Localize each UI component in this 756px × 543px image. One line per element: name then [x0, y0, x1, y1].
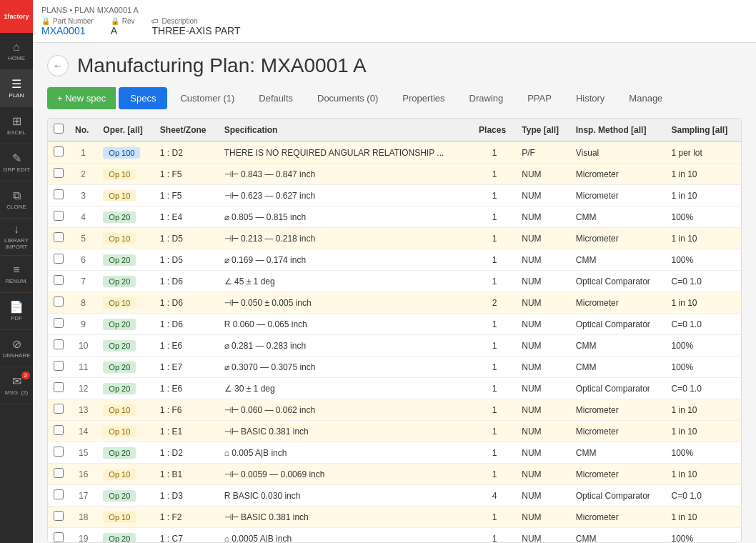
row-op-14: Op 10: [97, 421, 154, 442]
row-op-8: Op 10: [97, 292, 154, 314]
row-checkbox-5: [48, 228, 69, 249]
part-number-label: 🔒Part Number: [41, 17, 94, 25]
row-select-1[interactable]: [54, 146, 64, 156]
library-import-icon: ↓: [14, 223, 19, 236]
col-header-3[interactable]: Sheet/Zone: [154, 119, 219, 141]
sidebar-item-home[interactable]: ⌂ HOME: [0, 33, 33, 70]
description-value: THREE-AXIS PART: [151, 25, 240, 36]
row-select-15[interactable]: [54, 447, 64, 457]
part-info: 🔒Part Number MXA0001 🔒Rev A 🏷Description…: [41, 17, 747, 36]
sidebar-item-excel[interactable]: ⊞ EXCEL: [0, 107, 33, 144]
tab-manage[interactable]: Manage: [617, 87, 674, 109]
row-op-13: Op 10: [97, 399, 154, 421]
tab-customer[interactable]: Customer (1): [169, 87, 246, 109]
row-sampling-9: C=0 1.0: [665, 314, 741, 335]
sidebar-item-clone[interactable]: ⧉ CLONE: [0, 181, 33, 219]
row-select-10[interactable]: [54, 339, 64, 349]
row-select-14[interactable]: [54, 425, 64, 435]
row-places-16: 1: [473, 464, 516, 485]
row-no-18: 18: [69, 507, 97, 528]
col-header-0: [48, 119, 69, 141]
row-op-9: Op 20: [97, 314, 154, 335]
sidebar-label-unshare: UNSHARE: [2, 353, 30, 359]
op-badge-11: Op 20: [103, 362, 136, 373]
table-row: 15 Op 20 1 : D2 ⌂ 0.005 A|B inch 1 NUM C…: [48, 442, 741, 464]
renum-icon: ≡: [13, 264, 19, 277]
row-select-12[interactable]: [54, 382, 64, 392]
row-sampling-6: 100%: [665, 249, 741, 271]
row-select-5[interactable]: [54, 232, 64, 242]
specs-table-container[interactable]: No.Oper. [all]Sheet/ZoneSpecificationPla…: [47, 118, 742, 543]
row-select-13[interactable]: [54, 404, 64, 414]
row-select-8[interactable]: [54, 297, 64, 307]
sidebar-item-library-import[interactable]: ↓ LIBRARY IMPORT: [0, 219, 33, 256]
row-spec-6: ⌀ 0.169 — 0.174 inch: [219, 249, 473, 271]
col-header-7[interactable]: Insp. Method [all]: [570, 119, 666, 141]
tab-defaults[interactable]: Defaults: [247, 87, 304, 109]
tab-drawing[interactable]: Drawing: [458, 87, 515, 109]
row-type-7: NUM: [516, 271, 570, 292]
table-row: 18 Op 10 1 : F2 ⊣⊢ BASIC 0.381 inch 1 NU…: [48, 507, 741, 528]
sidebar-item-pdf[interactable]: 📄 PDF: [0, 293, 33, 330]
col-header-8[interactable]: Sampling [all]: [665, 119, 741, 141]
row-spec-9: R 0.060 — 0.065 inch: [219, 314, 473, 335]
part-number-field: 🔒Part Number MXA0001: [41, 17, 94, 36]
sidebar-label-plan: PLAN: [9, 93, 24, 99]
row-zone-6: 1 : D5: [154, 249, 219, 271]
row-op-2: Op 10: [97, 164, 154, 185]
row-no-2: 2: [69, 164, 97, 185]
row-select-2[interactable]: [54, 168, 64, 178]
sidebar-item-grp-edit[interactable]: ✎ GRP EDIT: [0, 144, 33, 181]
col-header-6[interactable]: Type [all]: [516, 119, 570, 141]
row-op-19: Op 20: [97, 528, 154, 544]
col-header-5[interactable]: Places: [473, 119, 516, 141]
sidebar-item-renum[interactable]: ≡ RENUM.: [0, 256, 33, 293]
row-select-11[interactable]: [54, 361, 64, 371]
select-all-checkbox[interactable]: [54, 124, 64, 134]
row-zone-10: 1 : E6: [154, 335, 219, 357]
row-checkbox-7: [48, 271, 69, 292]
sidebar-item-plan[interactable]: ☰ PLAN: [0, 70, 33, 107]
tab-specs[interactable]: Specs: [119, 87, 167, 109]
row-places-11: 1: [473, 357, 516, 378]
row-type-19: NUM: [516, 528, 570, 544]
row-select-18[interactable]: [54, 511, 64, 521]
col-header-1[interactable]: No.: [69, 119, 97, 141]
row-select-9[interactable]: [54, 318, 64, 328]
row-no-4: 4: [69, 206, 97, 228]
row-no-9: 9: [69, 314, 97, 335]
table-row: 13 Op 10 1 : F6 ⊣⊢ 0.060 — 0.062 inch 1 …: [48, 399, 741, 421]
op-badge-1: Op 100: [103, 147, 140, 159]
row-select-4[interactable]: [54, 211, 64, 221]
row-zone-17: 1 : D3: [154, 485, 219, 507]
row-select-19[interactable]: [54, 532, 64, 542]
back-button[interactable]: ←: [47, 55, 69, 76]
tab-new-spec[interactable]: + New spec: [47, 87, 116, 109]
row-places-14: 1: [473, 421, 516, 442]
row-type-8: NUM: [516, 292, 570, 314]
tab-documents[interactable]: Documents (0): [306, 87, 389, 109]
table-row: 11 Op 20 1 : E7 ⌀ 0.3070 — 0.3075 inch 1…: [48, 357, 741, 378]
row-select-7[interactable]: [54, 275, 64, 285]
table-row: 1 Op 100 1 : D2 THERE IS NO REQUIRED ANG…: [48, 141, 741, 164]
row-spec-7: ∠ 45 ± 1 deg: [219, 271, 473, 292]
row-op-6: Op 20: [97, 249, 154, 271]
row-method-14: Micrometer: [570, 421, 666, 442]
row-method-12: Optical Comparator: [570, 378, 666, 399]
row-select-3[interactable]: [54, 189, 64, 199]
tab-history[interactable]: History: [564, 87, 616, 109]
part-number-value[interactable]: MXA0001: [41, 25, 94, 36]
row-select-17[interactable]: [54, 489, 64, 499]
col-header-4[interactable]: Specification: [219, 119, 473, 141]
sidebar-item-unshare[interactable]: ⊘ UNSHARE: [0, 330, 33, 367]
tab-properties[interactable]: Properties: [391, 87, 456, 109]
tab-ppap[interactable]: PPAP: [516, 87, 563, 109]
row-select-16[interactable]: [54, 468, 64, 478]
row-select-6[interactable]: [54, 254, 64, 264]
row-op-10: Op 20: [97, 335, 154, 357]
col-header-2[interactable]: Oper. [all]: [97, 119, 154, 141]
op-badge-14: Op 10: [103, 426, 136, 437]
app-logo[interactable]: 1factory: [0, 0, 33, 33]
row-type-18: NUM: [516, 507, 570, 528]
sidebar-item-msg[interactable]: ✉ MSG. (2) 2: [0, 367, 33, 404]
